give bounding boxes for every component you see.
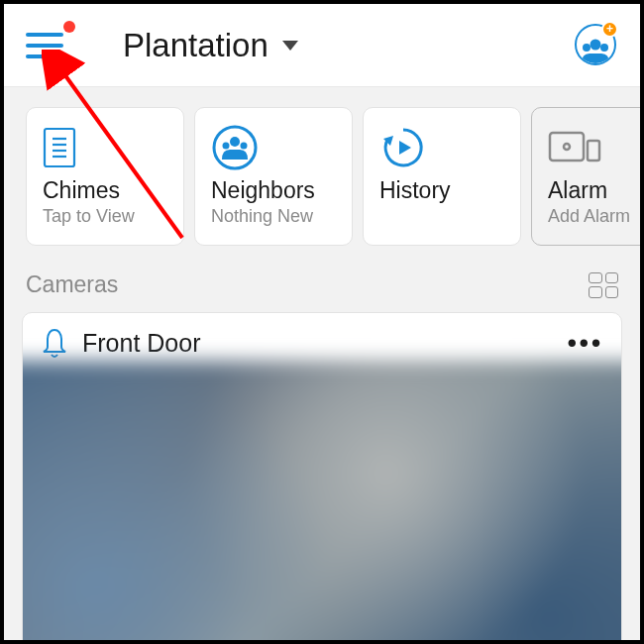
chevron-down-icon [282, 41, 298, 51]
alarm-base-icon [548, 122, 644, 173]
tile-label: Chimes [43, 177, 167, 204]
layout-toggle-button[interactable] [589, 272, 618, 298]
svg-point-8 [214, 127, 256, 168]
tile-neighbors[interactable]: Neighbors Nothing New [194, 107, 353, 246]
tile-subtitle: Add Alarm [548, 206, 644, 227]
svg-point-15 [564, 144, 570, 150]
menu-button[interactable] [26, 31, 63, 60]
notification-dot-icon [63, 21, 75, 33]
camera-feed-preview[interactable] [22, 361, 622, 644]
svg-point-2 [600, 44, 608, 52]
cameras-section-header: Cameras [4, 268, 640, 312]
tile-history[interactable]: History [363, 107, 521, 246]
grid-cell-icon [605, 272, 619, 284]
grid-cell-icon [589, 286, 602, 298]
tile-alarm[interactable]: Alarm Add Alarm [531, 107, 644, 246]
plus-badge-icon: + [601, 21, 618, 38]
svg-marker-13 [399, 141, 411, 155]
document-lines-icon [43, 122, 167, 173]
location-name: Plantation [123, 27, 268, 64]
svg-point-0 [590, 39, 601, 50]
grid-cell-icon [589, 272, 602, 284]
svg-point-11 [241, 143, 248, 150]
grid-cell-icon [605, 286, 619, 298]
svg-point-1 [583, 44, 590, 52]
svg-point-9 [230, 137, 240, 147]
camera-card[interactable]: Front Door ••• [22, 312, 622, 644]
shortcut-tiles-row: Chimes Tap to View Neighbors Nothing New [4, 87, 640, 268]
neighbors-icon [211, 122, 336, 173]
camera-name: Front Door [82, 329, 200, 358]
svg-rect-3 [45, 129, 74, 166]
bell-icon [41, 327, 68, 359]
svg-rect-16 [588, 141, 599, 161]
svg-point-10 [223, 143, 230, 150]
tile-label: Neighbors [211, 177, 336, 204]
app-header: Plantation + [4, 4, 640, 87]
tile-label: Alarm [548, 177, 644, 204]
section-title: Cameras [26, 271, 118, 298]
tile-subtitle: Nothing New [211, 206, 336, 227]
add-user-button[interactable]: + [575, 24, 618, 67]
more-options-button[interactable]: ••• [568, 328, 603, 359]
tile-label: History [379, 177, 504, 204]
svg-rect-14 [550, 133, 584, 161]
tile-chimes[interactable]: Chimes Tap to View [26, 107, 184, 246]
tile-subtitle: Tap to View [43, 206, 167, 227]
history-icon [379, 122, 504, 173]
location-selector[interactable]: Plantation [123, 27, 298, 64]
